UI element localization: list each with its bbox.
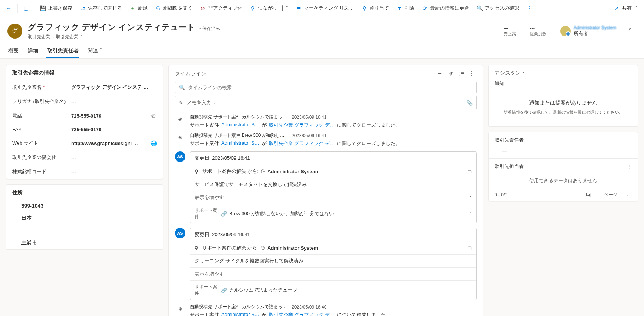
record-header: グ グラフィック デザイン インスティテュート - 保存済み 取引先企業 · 取… — [0, 16, 644, 42]
related-case-row[interactable]: サポート案件: 🔗Brew 300 が加熱しないか、加熱が十分ではない ˅ — [190, 204, 476, 223]
case-link[interactable]: Administrator S… — [221, 140, 259, 147]
related-case-row[interactable]: サポート案件: 🔗カルシウムで詰まったチューブ ˅ — [190, 281, 476, 300]
tab-details[interactable]: 詳細 — [27, 45, 39, 58]
tab-contacts[interactable]: 取引先責任者 — [46, 45, 79, 58]
open-record-icon[interactable]: ▢ — [467, 245, 472, 251]
attachment-icon[interactable]: 📎 — [467, 100, 473, 106]
prev-page-button[interactable]: ← — [593, 192, 604, 198]
saved-indicator: - 保存済み — [199, 25, 220, 32]
field-parent-account[interactable]: 取引先企業の親会社 --- — [6, 150, 163, 165]
timeline-more-button[interactable]: ⋮ — [466, 70, 477, 77]
field-furigana[interactable]: フリガナ (取引先企業名) --- — [6, 94, 163, 109]
expand-button[interactable]: 表示を増やす ˅ — [190, 268, 476, 281]
employees-value: --- — [530, 25, 546, 31]
timeline-item[interactable]: ◈ 自動投稿先 サポート案件 カルシウムで詰まった… 2023/05/09 16… — [175, 114, 477, 129]
owner-label: 所有者 — [574, 30, 616, 37]
deactivate-button[interactable]: ⊘非アクティブ化 — [196, 3, 246, 14]
first-page-button[interactable]: I◀ — [583, 192, 593, 198]
field-account-name[interactable]: 取引先企業名* グラフィック デザイン インステ … — [6, 80, 163, 94]
address-line[interactable]: 399-1043 — [6, 200, 163, 212]
delete-button[interactable]: 🗑削除 — [393, 3, 418, 14]
timeline-search-input[interactable] — [188, 85, 473, 90]
phone-icon[interactable]: ✆ — [150, 113, 157, 119]
marketing-label: マーケティング リス… — [304, 5, 354, 12]
user-avatar: AS — [175, 228, 185, 238]
refresh-button[interactable]: ⟳最新の情報に更新 — [418, 3, 473, 14]
field-website[interactable]: Web サイト http://www.graphicdesigni … 🌐 — [6, 136, 163, 150]
timeline-note-input[interactable]: ✎ メモを入力... 📎 — [175, 96, 477, 109]
revenue-field[interactable]: --- 売上高 — [504, 25, 516, 37]
tab-related[interactable]: 関連 ˅ — [87, 45, 103, 58]
next-page-button[interactable]: → — [621, 192, 632, 198]
address-line[interactable]: 日本 — [6, 212, 163, 225]
refresh-label: 最新の情報に更新 — [430, 5, 469, 12]
address-section: 住所 399-1043 日本 --- 土浦市 — [6, 184, 163, 250]
activity-card: 変更日: 2023/05/09 16:41 ⚲ サポート案件の解決 から: ⚇ … — [190, 151, 477, 223]
account-link[interactable]: 取引先企業 グラフィック デ… — [269, 312, 335, 316]
employees-field[interactable]: --- 従業員数 — [530, 25, 546, 37]
marketing-list-button[interactable]: ≣マーケティング リス… — [292, 3, 358, 14]
back-button[interactable]: ← — [2, 3, 16, 13]
timeline-sort-button[interactable]: ↕≡ — [456, 70, 466, 77]
more-vertical-icon[interactable]: ⋮ — [627, 164, 632, 169]
timeline-item[interactable]: AS 変更日: 2023/05/09 16:41 ⚲ サポート案件の解決 から:… — [175, 151, 477, 223]
back-icon: ← — [6, 5, 12, 11]
address-line[interactable]: 土浦市 — [6, 237, 163, 249]
owner-field[interactable]: Administrator System 所有者 — [560, 25, 616, 37]
auto-post-title: 自動投稿先 サポート案件 カルシウムで詰まった… — [190, 304, 287, 310]
activity-card: 変更日: 2023/05/09 16:41 ⚲ サポート案件の解決 から: ⚇ … — [190, 228, 477, 300]
timeline-item[interactable]: AS 変更日: 2023/05/09 16:41 ⚲ サポート案件の解決 から:… — [175, 227, 477, 300]
check-access-button[interactable]: 🔍アクセスの確認 — [473, 3, 523, 14]
form-body: 取引先企業の情報 取引先企業名* グラフィック デザイン インステ … フリガナ… — [0, 59, 644, 316]
connect-button[interactable]: ⚲つながり│ ˅ — [246, 3, 292, 14]
activity-type: サポート案件の解決 から: — [202, 244, 258, 251]
delete-label: 削除 — [405, 5, 414, 12]
overflow-button[interactable]: ⋮ — [523, 3, 536, 13]
tab-summary[interactable]: 概要 — [7, 45, 19, 58]
account-link[interactable]: 取引先企業 グラフィック デ… — [269, 122, 335, 129]
field-label: 電話 — [12, 112, 67, 119]
account-link[interactable]: 取引先企業 グラフィック デ… — [269, 140, 335, 147]
header-expand-button[interactable]: ˅ — [623, 26, 637, 36]
timeline-add-button[interactable]: ＋ — [435, 70, 445, 78]
field-label: 取引先企業名 — [12, 84, 42, 90]
new-button[interactable]: ＋新規 — [126, 3, 151, 14]
form-selector-button[interactable]: ▢ — [19, 3, 33, 13]
entity-type: 取引先企業 — [28, 34, 50, 40]
activity-user: Administrator System — [267, 169, 318, 174]
form-type: 取引先企業 — [56, 34, 78, 40]
assign-icon: ⚲ — [361, 5, 367, 11]
timeline-item[interactable]: ◈ 自動投稿先 サポート案件 カルシウムで詰まった… 2023/05/09 16… — [175, 304, 477, 316]
open-record-icon[interactable]: ▢ — [467, 169, 472, 174]
field-fax[interactable]: FAX 725-555-0179 — [6, 123, 163, 136]
save-close-button[interactable]: 🗂保存して閉じる — [76, 3, 126, 14]
case-link[interactable]: Administrator S… — [221, 312, 259, 316]
open-org-button[interactable]: ⚇組織図を開く — [151, 3, 196, 14]
field-ticker[interactable]: 株式銘柄コード --- — [6, 165, 163, 179]
form-icon: ▢ — [23, 5, 29, 11]
timeline-search[interactable]: 🔍 — [175, 82, 477, 93]
case-link[interactable]: Administrator S… — [221, 122, 259, 129]
revenue-label: 売上高 — [504, 31, 516, 37]
separator — [523, 25, 523, 37]
expand-button[interactable]: 表示を増やす ˅ — [190, 191, 476, 204]
contacts-value[interactable]: --- — [495, 148, 632, 154]
pencil-icon: ✎ — [179, 100, 183, 106]
field-phone[interactable]: 電話 725-555-0179 ✆ — [6, 109, 163, 123]
timeline-item[interactable]: ◈ 自動投稿先 サポート案件 Brew 300 が加熱しな… 2023/05/0… — [175, 132, 477, 147]
save-button[interactable]: 💾上書き保存 — [36, 3, 76, 14]
timeline-filter-button[interactable]: ⧩ — [445, 70, 456, 77]
auto-post-title: 自動投稿先 サポート案件 カルシウムで詰まった… — [190, 114, 287, 120]
deactivate-label: 非アクティブ化 — [208, 5, 242, 12]
field-value: 725-555-0179 — [71, 127, 157, 132]
address-line[interactable]: --- — [6, 225, 163, 237]
chevron-down-icon[interactable]: ˅ — [80, 34, 83, 40]
broadcast-icon: ◈ — [176, 133, 184, 141]
share-button[interactable]: ↗共有˅ — [610, 3, 642, 14]
assign-button[interactable]: ⚲割り当て — [358, 3, 393, 14]
globe-icon[interactable]: 🌐 — [150, 140, 157, 146]
record-count: 0 - 0/0 — [495, 192, 507, 198]
form-tabs: 概要 詳細 取引先責任者 関連 ˅ — [0, 42, 644, 59]
notification-label: 通知 — [489, 80, 638, 88]
more-vertical-icon: ⋮ — [526, 5, 532, 11]
